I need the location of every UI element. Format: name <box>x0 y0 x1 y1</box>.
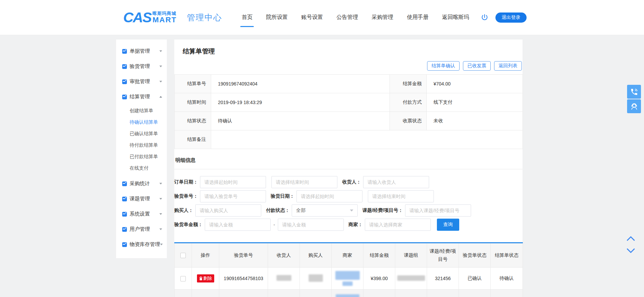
chevron-up-icon[interactable] <box>626 236 636 242</box>
order-date-end-input[interactable] <box>271 176 337 188</box>
settlement-remark-label: 结算备注 <box>175 130 211 149</box>
inspection-amount-label: 验货单金额： <box>174 222 203 228</box>
inspection-date-start-input[interactable] <box>296 190 362 202</box>
customer-service-button[interactable] <box>627 99 641 113</box>
table-row: 结算状态 待确认 收票状态 未收 <box>175 112 523 130</box>
col-project-group: 课题组 <box>395 243 427 268</box>
settlement-submenu: 创建结算单 待确认结算单 已确认结算单 待付款结算单 已付款结算单 在线支付 <box>116 104 167 176</box>
col-inspection-no: 验货单号 <box>219 243 268 268</box>
chevron-down-icon <box>159 213 162 215</box>
logout-button[interactable]: 退出登录 <box>495 13 527 23</box>
inspection-no-input[interactable] <box>200 190 266 202</box>
order-date-start-input[interactable] <box>200 176 266 188</box>
invoice-status-value: 未收 <box>427 112 523 130</box>
detail-table-header-row: 操作 验货单号 收货人 购买人 商家 结算金额 课题组 课题/经费/项目号 验货… <box>175 243 523 268</box>
nav-home[interactable]: 首页 <box>242 14 252 21</box>
invoice-received-button[interactable]: 已收发票 <box>463 61 491 71</box>
amount-max-input[interactable] <box>278 219 344 231</box>
merchant-input[interactable] <box>365 219 431 231</box>
col-operation: 操作 <box>192 243 219 268</box>
cell-inspection-status: 已确认 <box>459 268 491 290</box>
table-row: 结算备注 <box>175 130 523 149</box>
document-icon <box>122 79 127 84</box>
sidebar-item-system[interactable]: 系统设置 <box>116 206 167 222</box>
sidebar-item-inspection[interactable]: 验货管理 <box>116 59 167 74</box>
nav-back-to-casmart[interactable]: 返回喀斯玛 <box>442 14 469 21</box>
chevron-down-icon[interactable] <box>626 248 636 253</box>
amount-min-input[interactable] <box>205 219 271 231</box>
redacted-text <box>335 271 360 280</box>
headset-icon <box>630 102 639 111</box>
nav-announcement[interactable]: 公告管理 <box>336 14 358 21</box>
sidebar-item-purchase-stats[interactable]: 采购统计 <box>116 176 167 191</box>
settlement-confirm-button[interactable]: 结算单确认 <box>427 61 460 71</box>
payment-status-selected-value: 全部 <box>296 207 306 214</box>
detail-section-title: 明细信息 <box>175 157 523 164</box>
nav-account-settings[interactable]: 账号设置 <box>301 14 323 21</box>
sidebar-item-settlement[interactable]: 结算管理 <box>116 89 167 104</box>
console-title: 管理中心 <box>187 12 222 23</box>
chevron-down-icon <box>159 81 162 82</box>
redacted-text <box>309 274 323 282</box>
logo-chinese-text: 喀斯玛商城 <box>153 11 177 16</box>
payment-status-select[interactable]: 全部 <box>292 204 358 217</box>
sidebar-subitem-online-payment[interactable]: 在线支付 <box>116 163 167 174</box>
power-icon[interactable] <box>481 14 489 22</box>
phone-contact-button[interactable] <box>627 85 641 99</box>
sidebar-item-users[interactable]: 用户管理 <box>116 222 167 237</box>
nav-institute-settings[interactable]: 院所设置 <box>266 14 288 21</box>
search-button[interactable]: 查询 <box>437 219 459 231</box>
buyer-label: 购买人： <box>174 207 193 214</box>
redacted-text <box>342 281 353 286</box>
project-no-input[interactable] <box>405 204 471 217</box>
order-date-label: 订单日期： <box>174 179 198 185</box>
amount-range-separator: - <box>273 222 275 227</box>
document-icon <box>122 227 127 232</box>
filter-form: 订单日期： 收货人： 验货单号： 验货日期： 购买人： 付款状态： 全部 课题/… <box>174 176 523 231</box>
sidebar-subitem-pending-settlement[interactable]: 待确认结算单 <box>116 117 167 128</box>
sidebar-subitem-unpaid-settlement[interactable]: 待付款结算单 <box>116 140 167 151</box>
document-icon <box>122 64 127 69</box>
col-consignee: 收货人 <box>268 243 300 268</box>
top-header: CAS 喀斯玛商城 MART 管理中心 首页 院所设置 账号设置 公告管理 采购… <box>0 0 644 35</box>
buyer-input[interactable] <box>195 204 261 217</box>
sidebar-item-inventory[interactable]: 物资库存管理 <box>116 237 167 252</box>
sidebar-subitem-confirmed-settlement[interactable]: 已确认结算单 <box>116 128 167 140</box>
sidebar-subitem-paid-settlement[interactable]: 已付款结算单 <box>116 151 167 163</box>
consignee-input[interactable] <box>363 176 429 188</box>
payment-method-label: 付款方式 <box>390 93 427 112</box>
section-divider <box>174 169 523 169</box>
cell-settlement-amount: ¥398.00 <box>363 268 395 290</box>
settlement-amount-value: ¥704.00 <box>427 75 523 93</box>
chevron-down-icon <box>159 228 162 230</box>
page-title: 结算单管理 <box>183 47 523 56</box>
table-row: 结算时间 2019-09-19 18:43:29 付款方式 线下支付 <box>175 93 523 112</box>
row-checkbox[interactable] <box>180 276 186 281</box>
col-project-no: 课题/经费/项目号 <box>427 243 459 268</box>
sidebar-item-approval[interactable]: 审批管理 <box>116 74 167 89</box>
select-all-checkbox[interactable] <box>180 253 186 258</box>
document-icon <box>122 212 127 217</box>
settlement-time-label: 结算时间 <box>175 93 211 112</box>
sidebar-item-orders[interactable]: 单据管理 <box>116 44 167 59</box>
col-merchant: 商家 <box>332 243 363 268</box>
nav-procurement[interactable]: 采购管理 <box>372 14 393 21</box>
redacted-text <box>276 275 291 281</box>
page-actions: 结算单确认 已收发票 返回列表 <box>174 61 523 71</box>
sidebar-item-project[interactable]: 课题管理 <box>116 191 167 206</box>
inspection-date-end-input[interactable] <box>368 190 434 202</box>
casmart-logo[interactable]: CAS 喀斯玛商城 MART <box>123 10 177 25</box>
chevron-down-icon <box>160 244 163 245</box>
delete-button[interactable]: 删除 <box>197 274 214 282</box>
nav-manual[interactable]: 使用手册 <box>407 14 428 21</box>
redacted-text <box>397 275 425 281</box>
col-inspection-status: 验货单状态 <box>459 243 491 268</box>
chevron-down-icon <box>159 66 162 67</box>
cell-inspection-no: 190916544758103 <box>219 268 268 290</box>
sidebar-subitem-create-settlement[interactable]: 创建结算单 <box>116 105 167 117</box>
back-to-list-button[interactable]: 返回列表 <box>494 61 522 71</box>
payment-method-value: 线下支付 <box>427 93 523 112</box>
cell-project-no: 321456 <box>427 268 459 290</box>
chevron-down-icon <box>159 50 162 52</box>
phone-icon <box>630 88 638 96</box>
